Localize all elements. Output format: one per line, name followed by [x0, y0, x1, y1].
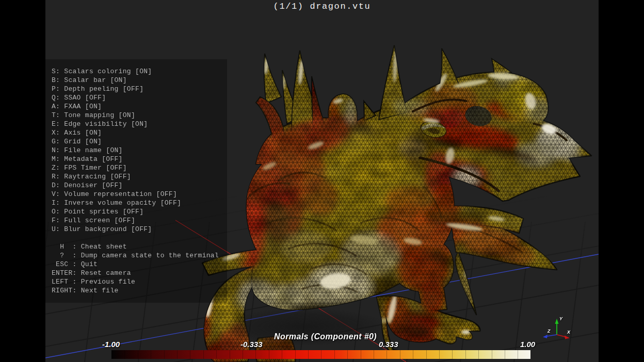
- svg-text:X: X: [567, 330, 571, 335]
- svg-text:Y: Y: [559, 316, 563, 321]
- svg-text:Z: Z: [547, 328, 551, 334]
